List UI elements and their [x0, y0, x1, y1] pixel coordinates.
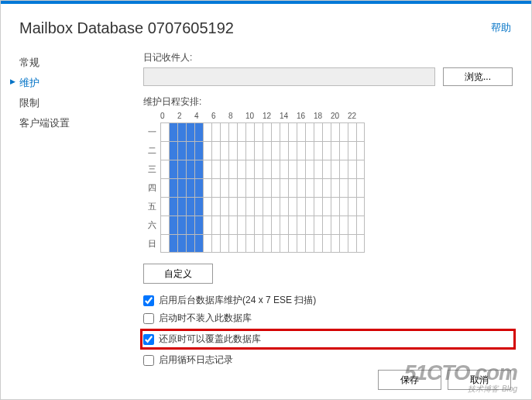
- schedule-cell[interactable]: [194, 178, 203, 197]
- schedule-cell[interactable]: [203, 160, 211, 178]
- help-link[interactable]: 帮助: [491, 21, 511, 35]
- schedule-cell[interactable]: [254, 178, 263, 197]
- sidebar-item-limits[interactable]: 限制: [19, 93, 105, 113]
- schedule-cell[interactable]: [297, 122, 305, 141]
- schedule-cell[interactable]: [314, 216, 322, 234]
- schedule-cell[interactable]: [211, 160, 220, 178]
- schedule-cell[interactable]: [169, 216, 177, 234]
- schedule-cell[interactable]: [263, 216, 271, 234]
- customize-button[interactable]: 自定义: [143, 264, 213, 284]
- schedule-cell[interactable]: [177, 122, 186, 141]
- schedule-cell[interactable]: [322, 141, 331, 160]
- schedule-cell[interactable]: [288, 122, 297, 141]
- schedule-cell[interactable]: [177, 141, 186, 160]
- schedule-cell[interactable]: [203, 234, 211, 253]
- schedule-cell[interactable]: [169, 141, 177, 160]
- schedule-cell[interactable]: [237, 216, 245, 234]
- schedule-cell[interactable]: [169, 178, 177, 197]
- schedule-cell[interactable]: [220, 234, 228, 253]
- schedule-cell[interactable]: [280, 141, 288, 160]
- schedule-cell[interactable]: [339, 141, 348, 160]
- schedule-cell[interactable]: [322, 178, 331, 197]
- schedule-cell[interactable]: [288, 141, 297, 160]
- schedule-cell[interactable]: [186, 122, 194, 141]
- schedule-cell[interactable]: [305, 216, 314, 234]
- schedule-cell[interactable]: [194, 160, 203, 178]
- schedule-cell[interactable]: [177, 160, 186, 178]
- schedule-cell[interactable]: [356, 216, 365, 234]
- schedule-cell[interactable]: [356, 197, 365, 216]
- sidebar-item-general[interactable]: 常规: [19, 53, 105, 73]
- schedule-cell[interactable]: [280, 122, 288, 141]
- schedule-cell[interactable]: [237, 197, 245, 216]
- schedule-cell[interactable]: [322, 160, 331, 178]
- schedule-grid[interactable]: 0246810121416182022一二三四五六日: [143, 112, 513, 253]
- schedule-cell[interactable]: [280, 216, 288, 234]
- schedule-cell[interactable]: [186, 141, 194, 160]
- schedule-cell[interactable]: [177, 178, 186, 197]
- schedule-cell[interactable]: [305, 160, 314, 178]
- schedule-cell[interactable]: [339, 197, 348, 216]
- schedule-cell[interactable]: [263, 141, 271, 160]
- schedule-cell[interactable]: [288, 178, 297, 197]
- schedule-cell[interactable]: [254, 122, 263, 141]
- schedule-cell[interactable]: [194, 197, 203, 216]
- schedule-cell[interactable]: [339, 178, 348, 197]
- schedule-cell[interactable]: [220, 141, 228, 160]
- schedule-cell[interactable]: [288, 197, 297, 216]
- schedule-cell[interactable]: [271, 122, 280, 141]
- schedule-cell[interactable]: [211, 178, 220, 197]
- schedule-cell[interactable]: [237, 234, 245, 253]
- schedule-cell[interactable]: [314, 197, 322, 216]
- checkbox-2[interactable]: [143, 334, 154, 345]
- schedule-cell[interactable]: [194, 234, 203, 253]
- schedule-cell[interactable]: [228, 141, 237, 160]
- schedule-cell[interactable]: [160, 160, 169, 178]
- save-button[interactable]: 保存: [378, 370, 441, 390]
- schedule-cell[interactable]: [254, 160, 263, 178]
- schedule-cell[interactable]: [169, 234, 177, 253]
- schedule-cell[interactable]: [203, 197, 211, 216]
- schedule-cell[interactable]: [297, 178, 305, 197]
- schedule-cell[interactable]: [271, 178, 280, 197]
- schedule-cell[interactable]: [254, 197, 263, 216]
- schedule-cell[interactable]: [314, 178, 322, 197]
- schedule-cell[interactable]: [314, 122, 322, 141]
- schedule-cell[interactable]: [305, 178, 314, 197]
- schedule-cell[interactable]: [245, 234, 254, 253]
- schedule-cell[interactable]: [339, 234, 348, 253]
- schedule-cell[interactable]: [271, 216, 280, 234]
- schedule-cell[interactable]: [263, 197, 271, 216]
- checkbox-0[interactable]: [143, 295, 154, 306]
- checkbox-3[interactable]: [143, 355, 154, 366]
- schedule-cell[interactable]: [331, 197, 339, 216]
- schedule-cell[interactable]: [297, 216, 305, 234]
- schedule-cell[interactable]: [348, 234, 356, 253]
- schedule-cell[interactable]: [254, 234, 263, 253]
- schedule-cell[interactable]: [211, 122, 220, 141]
- schedule-cell[interactable]: [348, 141, 356, 160]
- schedule-cell[interactable]: [160, 141, 169, 160]
- schedule-cell[interactable]: [169, 122, 177, 141]
- schedule-cell[interactable]: [237, 122, 245, 141]
- schedule-cell[interactable]: [314, 234, 322, 253]
- schedule-cell[interactable]: [237, 160, 245, 178]
- schedule-cell[interactable]: [177, 216, 186, 234]
- schedule-cell[interactable]: [263, 178, 271, 197]
- schedule-cell[interactable]: [322, 216, 331, 234]
- schedule-cell[interactable]: [160, 234, 169, 253]
- schedule-cell[interactable]: [339, 216, 348, 234]
- schedule-cell[interactable]: [331, 216, 339, 234]
- schedule-cell[interactable]: [186, 216, 194, 234]
- schedule-cell[interactable]: [314, 141, 322, 160]
- schedule-cell[interactable]: [271, 234, 280, 253]
- schedule-cell[interactable]: [288, 160, 297, 178]
- schedule-cell[interactable]: [228, 234, 237, 253]
- schedule-cell[interactable]: [245, 122, 254, 141]
- schedule-cell[interactable]: [297, 197, 305, 216]
- checkbox-1[interactable]: [143, 313, 154, 324]
- schedule-cell[interactable]: [220, 122, 228, 141]
- schedule-cell[interactable]: [331, 234, 339, 253]
- schedule-cell[interactable]: [348, 197, 356, 216]
- schedule-cell[interactable]: [228, 160, 237, 178]
